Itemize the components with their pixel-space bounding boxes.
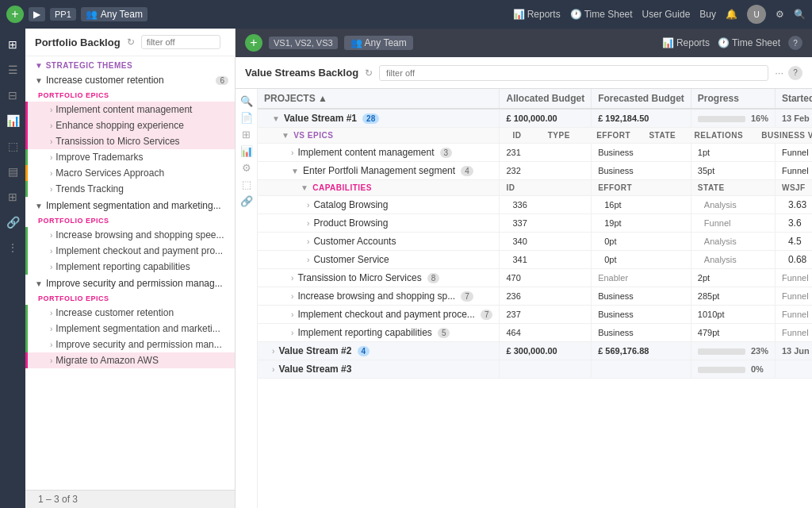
vs-filter-input[interactable] (379, 65, 768, 81)
search-icon[interactable]: 🔍 (794, 9, 806, 20)
group-3-header[interactable]: ▼ Improve security and permission manag.… (25, 275, 235, 292)
epic-row-implement-content[interactable]: › Implement content management 3 231 Bus… (258, 144, 812, 162)
sidebar-grid2-icon[interactable]: ⊞ (242, 129, 251, 140)
cap-row-catalog[interactable]: › Catalog Browsing 336 16pt Analysis 3.6… (258, 196, 812, 214)
vs-header-right: 📊 Reports 🕐 Time Sheet ? (662, 36, 802, 50)
tree-item-implement-checkout[interactable]: › Implement checkout and payment pro... (25, 243, 235, 259)
sidebar-link2-icon[interactable]: 🔗 (240, 195, 253, 207)
refresh-icon[interactable]: ↻ (127, 37, 135, 48)
arrow-icon: › (50, 153, 52, 162)
tree-item-enhance-shopping[interactable]: › Enhance shopping experience (25, 117, 235, 133)
sidebar-layers-icon[interactable]: ⬚ (3, 137, 22, 156)
vs-team-selector[interactable]: 👥 Any Team (344, 36, 413, 50)
vs-1-allocated: £ 100,000.00 (500, 109, 592, 128)
sidebar-home-icon[interactable]: ⊞ (3, 35, 22, 54)
notification-icon[interactable]: 🔔 (726, 9, 737, 20)
sidebar-filter-icon[interactable]: ⋮ (3, 238, 22, 257)
epic-expand[interactable]: › (289, 292, 295, 301)
tree-item-improve-trademarks[interactable]: › Improve Trademarks (25, 149, 235, 165)
tree-item-improve-security[interactable]: › Improve security and permission man... (25, 337, 235, 352)
vs-2-expand[interactable]: › (270, 347, 276, 356)
epic-row-reporting[interactable]: › Implement reporting capabilities 5 464… (258, 324, 812, 342)
cap-expand[interactable]: › (305, 201, 311, 210)
cap-row-service[interactable]: › Customer Service 341 0pt Analysis 0.68… (258, 251, 812, 269)
avatar[interactable]: U (747, 5, 766, 24)
vs-refresh-icon[interactable]: ↻ (365, 67, 373, 79)
vs-row-3[interactable]: › Value Stream #3 0% (258, 360, 812, 379)
add-button[interactable]: + (6, 6, 24, 23)
tree-item-implement-seg[interactable]: › Implement segmentation and marketi... (25, 321, 235, 337)
vs-row-1[interactable]: ▼ Value Stream #1 28 £ 100,000.00 £ 192,… (258, 109, 812, 128)
vs-help-btn[interactable]: ? (788, 66, 802, 80)
timesheet-link[interactable]: 🕐 Time Sheet (570, 9, 633, 20)
epic-expand[interactable]: › (289, 310, 295, 319)
sidebar-grid-icon[interactable]: ⊟ (3, 86, 22, 105)
vs-2-name: › Value Stream #2 4 (258, 342, 500, 360)
main-table: PROJECTS ▲ Allocated Budget Forecasted B… (258, 89, 812, 379)
epic-expand[interactable]: › (289, 329, 295, 337)
col-projects[interactable]: PROJECTS ▲ (258, 89, 500, 109)
sidebar-stack-icon[interactable]: ▤ (3, 162, 22, 181)
epic-row-portfoli[interactable]: ▼ Enter Portfoli Management segment 4 23… (258, 162, 812, 180)
vs-help-icon[interactable]: ? (788, 36, 802, 50)
cap-row-product[interactable]: › Product Browsing 337 19pt Funnel 3.6 5… (258, 214, 812, 233)
vs-3-expand[interactable]: › (270, 365, 276, 374)
sidebar-doc-icon[interactable]: 📄 (240, 112, 253, 124)
search-sidebar-icon[interactable]: 🔍 (240, 95, 253, 107)
tree-item-trends-tracking[interactable]: › Trends Tracking (25, 181, 235, 197)
cap-expand[interactable]: › (305, 256, 311, 264)
buy-link[interactable]: Buy (699, 9, 716, 20)
vs-epics-expand[interactable]: ▼ (280, 131, 291, 140)
vs-row-2[interactable]: › Value Stream #2 4 £ 300,000.00 £ 569,1… (258, 342, 812, 360)
left-panel: Portfolio Backlog ↻ ▼ Strategic Themes ▼… (25, 29, 236, 508)
vs-3-name: › Value Stream #3 (258, 360, 500, 379)
tree-item-macro-services[interactable]: › Macro Services Approach (25, 165, 235, 181)
team-button[interactable]: 👥 Any Team (81, 7, 147, 21)
cap-name: › Customer Accounts (258, 233, 500, 251)
epic-expand[interactable]: ▼ (289, 167, 301, 175)
epic-expand[interactable]: › (289, 274, 295, 283)
cap-expand[interactable]: ▼ (299, 183, 310, 192)
group-3-label: Improve security and permission manag... (46, 278, 223, 289)
vs-reports-link[interactable]: 📊 Reports (662, 37, 710, 48)
epic-row-transission[interactable]: › Transission to Micro Services 8 470 En… (258, 269, 812, 287)
col-allocated[interactable]: Allocated Budget (500, 89, 592, 109)
vs-1-expand[interactable]: ▼ (270, 114, 282, 123)
group-1-header[interactable]: ▼ Increase customer retention 6 (25, 71, 235, 89)
reports-icon: 📊 (662, 37, 674, 48)
settings-icon[interactable]: ⚙ (776, 9, 784, 20)
expand-button[interactable]: ▶ (29, 7, 45, 21)
tree-item-implement-content[interactable]: › Implement content management (25, 102, 235, 117)
userguide-link[interactable]: User Guide (642, 9, 691, 20)
sidebar-chart-icon[interactable]: 📊 (3, 111, 22, 130)
tree-item-implement-reporting[interactable]: › Implement reporting capabilities (25, 259, 235, 275)
sidebar-settings-icon[interactable]: ⚙ (242, 162, 251, 174)
project-button[interactable]: PP1 (50, 8, 76, 21)
col-progress[interactable]: Progress (691, 89, 775, 109)
tree-item-increase-browsing[interactable]: › Increase browsing and shopping spee... (25, 227, 235, 243)
epic-row-browsing[interactable]: › Increase browsing and shopping sp... 7… (258, 287, 812, 306)
epic-row-checkout[interactable]: › Implement checkout and payment proce..… (258, 306, 812, 324)
tree-item-transission[interactable]: › Transission to Micro Services (25, 133, 235, 149)
portfolio-filter-input[interactable] (141, 35, 220, 49)
tree-item-increase-customer[interactable]: › Increase customer retention (25, 305, 235, 321)
sidebar-link-icon[interactable]: 🔗 (3, 213, 22, 232)
cap-row-accounts[interactable]: › Customer Accounts 340 0pt Analysis 4.5… (258, 233, 812, 251)
sidebar-table-icon[interactable]: ⊞ (3, 187, 22, 206)
tree-item-migrate-aws[interactable]: › Migrate to Amazon AWS (25, 352, 235, 368)
sidebar-layers2-icon[interactable]: ⬚ (242, 179, 251, 190)
col-forecasted[interactable]: Forecasted Budget (592, 89, 691, 109)
group-2-header[interactable]: ▼ Implement segmentation and marketing..… (25, 197, 235, 214)
cap-expand[interactable]: › (305, 219, 311, 228)
vs-more-button[interactable]: ··· (775, 67, 783, 79)
reports-link[interactable]: 📊 Reports (513, 9, 561, 20)
vs-1-progress: 16% (691, 109, 775, 128)
vs-add-button[interactable]: + (245, 34, 262, 52)
vs-timesheet-link[interactable]: 🕐 Time Sheet (718, 37, 780, 48)
sidebar-list-icon[interactable]: ☰ (3, 60, 22, 79)
col-dates[interactable]: Started — Finished (775, 89, 812, 109)
epic-expand[interactable]: › (289, 148, 295, 157)
sidebar-chart2-icon[interactable]: 📊 (240, 145, 253, 157)
progress-text: 16% (751, 114, 768, 123)
cap-expand[interactable]: › (305, 237, 311, 246)
